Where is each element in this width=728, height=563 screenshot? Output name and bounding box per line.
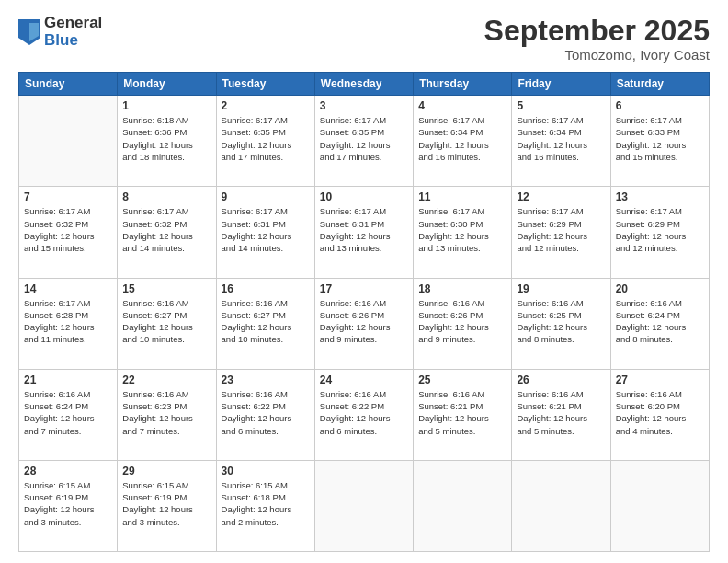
day-number: 1 bbox=[122, 99, 210, 112]
calendar-cell: 9Sunrise: 6:17 AM Sunset: 6:31 PM Daylig… bbox=[216, 187, 314, 278]
calendar-cell bbox=[19, 96, 118, 187]
day-number: 19 bbox=[517, 282, 605, 295]
day-detail: Sunrise: 6:17 AM Sunset: 6:35 PM Dayligh… bbox=[320, 114, 408, 163]
day-detail: Sunrise: 6:17 AM Sunset: 6:34 PM Dayligh… bbox=[418, 114, 506, 163]
calendar-week-row: 1Sunrise: 6:18 AM Sunset: 6:36 PM Daylig… bbox=[19, 96, 710, 187]
calendar-cell: 11Sunrise: 6:17 AM Sunset: 6:30 PM Dayli… bbox=[414, 187, 512, 278]
day-detail: Sunrise: 6:17 AM Sunset: 6:31 PM Dayligh… bbox=[222, 205, 310, 254]
day-detail: Sunrise: 6:17 AM Sunset: 6:29 PM Dayligh… bbox=[616, 205, 704, 254]
day-number: 6 bbox=[616, 99, 704, 112]
day-number: 9 bbox=[222, 190, 310, 203]
day-number: 27 bbox=[616, 373, 704, 386]
day-number: 21 bbox=[24, 373, 112, 386]
day-number: 15 bbox=[122, 282, 210, 295]
calendar-cell: 25Sunrise: 6:16 AM Sunset: 6:21 PM Dayli… bbox=[414, 369, 512, 460]
day-detail: Sunrise: 6:16 AM Sunset: 6:21 PM Dayligh… bbox=[517, 388, 605, 437]
calendar-cell: 17Sunrise: 6:16 AM Sunset: 6:26 PM Dayli… bbox=[314, 278, 413, 369]
day-number: 4 bbox=[418, 99, 506, 112]
page: General Blue September 2025 Tomozomo, Iv… bbox=[0, 0, 728, 563]
day-number: 14 bbox=[24, 282, 112, 295]
day-number: 30 bbox=[222, 465, 310, 477]
day-number: 11 bbox=[418, 190, 506, 203]
day-number: 22 bbox=[122, 373, 210, 386]
day-detail: Sunrise: 6:16 AM Sunset: 6:24 PM Dayligh… bbox=[616, 297, 704, 346]
header: General Blue September 2025 Tomozomo, Iv… bbox=[18, 15, 710, 63]
day-detail: Sunrise: 6:17 AM Sunset: 6:35 PM Dayligh… bbox=[222, 114, 310, 163]
day-number: 12 bbox=[517, 190, 605, 203]
calendar-cell: 3Sunrise: 6:17 AM Sunset: 6:35 PM Daylig… bbox=[314, 96, 413, 187]
calendar-cell: 26Sunrise: 6:16 AM Sunset: 6:21 PM Dayli… bbox=[512, 369, 610, 460]
calendar-cell: 21Sunrise: 6:16 AM Sunset: 6:24 PM Dayli… bbox=[19, 369, 118, 460]
calendar-cell: 18Sunrise: 6:16 AM Sunset: 6:26 PM Dayli… bbox=[414, 278, 512, 369]
day-number: 25 bbox=[418, 373, 506, 386]
day-detail: Sunrise: 6:16 AM Sunset: 6:25 PM Dayligh… bbox=[517, 297, 605, 346]
calendar-cell bbox=[414, 460, 512, 551]
calendar-cell: 24Sunrise: 6:16 AM Sunset: 6:22 PM Dayli… bbox=[314, 369, 413, 460]
day-detail: Sunrise: 6:17 AM Sunset: 6:31 PM Dayligh… bbox=[320, 205, 408, 254]
day-detail: Sunrise: 6:18 AM Sunset: 6:36 PM Dayligh… bbox=[122, 114, 210, 163]
day-number: 16 bbox=[222, 282, 310, 295]
day-number: 29 bbox=[122, 465, 210, 477]
calendar-cell: 15Sunrise: 6:16 AM Sunset: 6:27 PM Dayli… bbox=[118, 278, 216, 369]
day-number: 20 bbox=[616, 282, 704, 295]
calendar-cell: 14Sunrise: 6:17 AM Sunset: 6:28 PM Dayli… bbox=[19, 278, 118, 369]
month-title: September 2025 bbox=[484, 15, 710, 47]
calendar-cell: 2Sunrise: 6:17 AM Sunset: 6:35 PM Daylig… bbox=[216, 96, 314, 187]
calendar-cell: 7Sunrise: 6:17 AM Sunset: 6:32 PM Daylig… bbox=[19, 187, 118, 278]
location: Tomozomo, Ivory Coast bbox=[484, 47, 710, 63]
day-number: 24 bbox=[320, 373, 408, 386]
calendar-week-row: 21Sunrise: 6:16 AM Sunset: 6:24 PM Dayli… bbox=[19, 369, 710, 460]
calendar-cell: 5Sunrise: 6:17 AM Sunset: 6:34 PM Daylig… bbox=[512, 96, 610, 187]
day-header-friday: Friday bbox=[512, 73, 610, 96]
calendar-cell: 20Sunrise: 6:16 AM Sunset: 6:24 PM Dayli… bbox=[610, 278, 709, 369]
calendar-cell bbox=[610, 460, 709, 551]
day-detail: Sunrise: 6:16 AM Sunset: 6:27 PM Dayligh… bbox=[122, 297, 210, 346]
title-block: September 2025 Tomozomo, Ivory Coast bbox=[484, 15, 710, 63]
day-number: 23 bbox=[222, 373, 310, 386]
day-number: 5 bbox=[517, 99, 605, 112]
day-number: 10 bbox=[320, 190, 408, 203]
calendar: SundayMondayTuesdayWednesdayThursdayFrid… bbox=[18, 72, 710, 552]
day-number: 8 bbox=[122, 190, 210, 203]
calendar-cell: 1Sunrise: 6:18 AM Sunset: 6:36 PM Daylig… bbox=[118, 96, 216, 187]
day-number: 13 bbox=[616, 190, 704, 203]
calendar-cell: 29Sunrise: 6:15 AM Sunset: 6:19 PM Dayli… bbox=[118, 460, 216, 551]
day-detail: Sunrise: 6:16 AM Sunset: 6:22 PM Dayligh… bbox=[222, 388, 310, 437]
day-detail: Sunrise: 6:16 AM Sunset: 6:27 PM Dayligh… bbox=[222, 297, 310, 346]
day-detail: Sunrise: 6:16 AM Sunset: 6:24 PM Dayligh… bbox=[24, 388, 112, 437]
calendar-cell: 22Sunrise: 6:16 AM Sunset: 6:23 PM Dayli… bbox=[118, 369, 216, 460]
day-number: 18 bbox=[418, 282, 506, 295]
day-detail: Sunrise: 6:17 AM Sunset: 6:32 PM Dayligh… bbox=[24, 205, 112, 254]
day-header-monday: Monday bbox=[118, 73, 216, 96]
calendar-week-row: 28Sunrise: 6:15 AM Sunset: 6:19 PM Dayli… bbox=[19, 460, 710, 551]
day-number: 7 bbox=[24, 190, 112, 203]
day-detail: Sunrise: 6:17 AM Sunset: 6:30 PM Dayligh… bbox=[418, 205, 506, 254]
day-detail: Sunrise: 6:16 AM Sunset: 6:26 PM Dayligh… bbox=[418, 297, 506, 346]
calendar-cell: 19Sunrise: 6:16 AM Sunset: 6:25 PM Dayli… bbox=[512, 278, 610, 369]
day-detail: Sunrise: 6:17 AM Sunset: 6:29 PM Dayligh… bbox=[517, 205, 605, 254]
day-detail: Sunrise: 6:16 AM Sunset: 6:23 PM Dayligh… bbox=[122, 388, 210, 437]
calendar-cell bbox=[512, 460, 610, 551]
logo-blue-text: Blue bbox=[44, 32, 102, 50]
calendar-cell: 30Sunrise: 6:15 AM Sunset: 6:18 PM Dayli… bbox=[216, 460, 314, 551]
calendar-cell: 12Sunrise: 6:17 AM Sunset: 6:29 PM Dayli… bbox=[512, 187, 610, 278]
calendar-week-row: 7Sunrise: 6:17 AM Sunset: 6:32 PM Daylig… bbox=[19, 187, 710, 278]
day-detail: Sunrise: 6:17 AM Sunset: 6:28 PM Dayligh… bbox=[24, 297, 112, 346]
day-header-wednesday: Wednesday bbox=[314, 73, 413, 96]
day-detail: Sunrise: 6:15 AM Sunset: 6:19 PM Dayligh… bbox=[24, 479, 112, 528]
day-header-thursday: Thursday bbox=[414, 73, 512, 96]
day-detail: Sunrise: 6:16 AM Sunset: 6:22 PM Dayligh… bbox=[320, 388, 408, 437]
day-number: 2 bbox=[222, 99, 310, 112]
day-detail: Sunrise: 6:16 AM Sunset: 6:20 PM Dayligh… bbox=[616, 388, 704, 437]
day-detail: Sunrise: 6:15 AM Sunset: 6:18 PM Dayligh… bbox=[222, 479, 310, 528]
calendar-cell: 23Sunrise: 6:16 AM Sunset: 6:22 PM Dayli… bbox=[216, 369, 314, 460]
logo-text: General Blue bbox=[44, 15, 102, 49]
calendar-week-row: 14Sunrise: 6:17 AM Sunset: 6:28 PM Dayli… bbox=[19, 278, 710, 369]
calendar-cell: 8Sunrise: 6:17 AM Sunset: 6:32 PM Daylig… bbox=[118, 187, 216, 278]
calendar-cell: 13Sunrise: 6:17 AM Sunset: 6:29 PM Dayli… bbox=[610, 187, 709, 278]
day-number: 28 bbox=[24, 465, 112, 477]
day-detail: Sunrise: 6:16 AM Sunset: 6:21 PM Dayligh… bbox=[418, 388, 506, 437]
calendar-cell: 16Sunrise: 6:16 AM Sunset: 6:27 PM Dayli… bbox=[216, 278, 314, 369]
calendar-cell bbox=[314, 460, 413, 551]
day-header-sunday: Sunday bbox=[19, 73, 118, 96]
